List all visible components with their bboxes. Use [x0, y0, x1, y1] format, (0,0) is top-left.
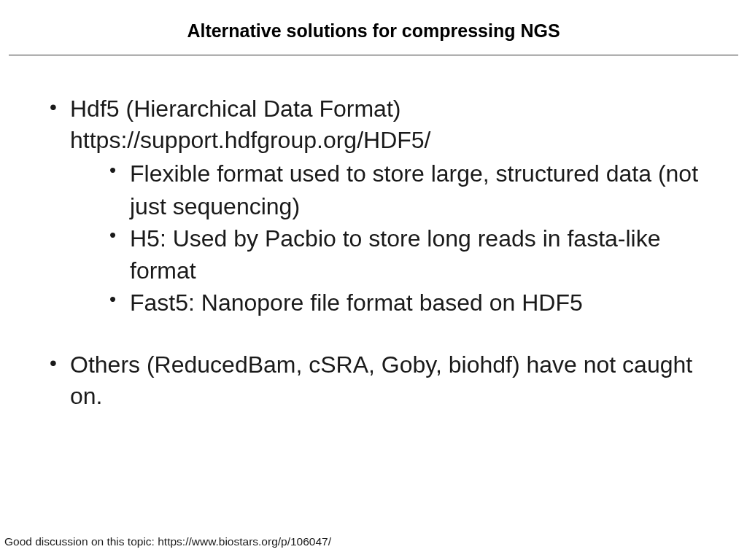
subbullet-h5-pacbio: H5: Used by Pacbio to store long reads i…: [70, 222, 703, 287]
bullet-list-level1: Hdf5 (Hierarchical Data Format) https://…: [44, 93, 703, 413]
subbullet-fast5-nanopore: Fast5: Nanopore file format based on HDF…: [70, 287, 703, 319]
slide-title: Alternative solutions for compressing NG…: [0, 0, 747, 55]
bullet-hdf5-url: https://support.hdfgroup.org/HDF5/: [70, 127, 430, 153]
bullet-hdf5: Hdf5 (Hierarchical Data Format) https://…: [44, 93, 703, 319]
bullet-list-level2: Flexible format used to store large, str…: [70, 158, 703, 319]
bullet-others: Others (ReducedBam, cSRA, Goby, biohdf) …: [44, 349, 703, 412]
footnote-discussion-link: Good discussion on this topic: https://w…: [4, 535, 331, 548]
slide-content: Hdf5 (Hierarchical Data Format) https://…: [0, 55, 747, 413]
subbullet-flexible-format: Flexible format used to store large, str…: [70, 158, 703, 222]
bullet-hdf5-name: Hdf5 (Hierarchical Data Format): [70, 96, 400, 122]
